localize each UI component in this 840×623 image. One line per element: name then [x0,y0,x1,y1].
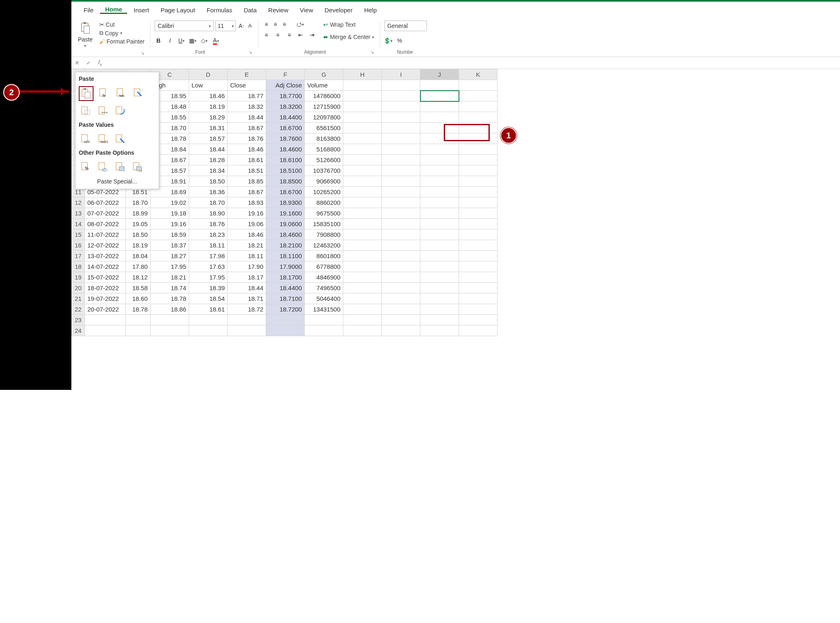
table-row[interactable]: 2220-07-202218.7818.8618.6118.7218.72001… [72,304,498,315]
svg-rect-13 [99,107,105,114]
tab-formulas[interactable]: Formulas [202,6,237,14]
tab-developer[interactable]: Developer [320,6,357,14]
alignment-launcher[interactable]: ↘ [369,50,376,55]
underline-button[interactable]: U ▾ [178,37,185,44]
col-header-F[interactable]: F [266,69,305,80]
tab-home[interactable]: Home [100,5,127,14]
paste-option-formulas[interactable]: fx [97,86,111,100]
bold-button[interactable]: B [155,37,162,44]
tab-view[interactable]: View [295,6,318,14]
header-K[interactable] [459,80,498,91]
col-header-E[interactable]: E [228,69,266,80]
cancel-icon[interactable]: ✕ [71,60,83,66]
paste-option-picture[interactable] [113,160,127,174]
copy-button[interactable]: ⧉Copy ▾ [98,29,124,37]
svg-text:%123: %123 [100,140,108,143]
font-name-select[interactable]: Calibri▾ [155,21,214,31]
paste-option-formatting[interactable]: % [79,160,93,174]
orientation-icon[interactable]: ⭯ ▾ [296,21,304,28]
table-row[interactable]: 2119-07-202218.6018.7818.5418.7118.71005… [72,293,498,304]
tab-insert[interactable]: Insert [129,6,154,14]
font-color-button[interactable]: A ▾ [212,37,219,44]
table-row[interactable]: 2018-07-202218.5818.7418.3918.4418.44007… [72,283,498,293]
align-right-icon[interactable]: ≡ [285,31,293,39]
tab-page-layout[interactable]: Page Layout [155,6,200,14]
table-row[interactable]: 1814-07-202217.8017.9517.6317.9017.90006… [72,261,498,272]
table-row[interactable]: 23 [72,315,498,325]
tab-help[interactable]: Help [359,6,382,14]
align-center-icon[interactable]: ≡ [274,31,281,39]
font-size-select[interactable]: 11▾ [215,21,236,31]
group-alignment: ≡ ≡ ≡ ⭯ ▾ ≡ ≡ ≡ ⇤ ⇥ [261,20,377,56]
table-row[interactable]: 1408-07-202219.0519.1618.7619.0619.06001… [72,219,498,229]
number-format-select[interactable]: General [384,21,427,31]
percent-icon[interactable]: % [396,37,403,44]
format-painter-button[interactable]: 🖌Format Painter [98,37,146,46]
paste-option-formulas-number[interactable]: %fx [114,86,128,100]
table-row[interactable]: 1713-07-202218.0418.2717.9818.1118.11008… [72,251,498,261]
wrap-text-button[interactable]: ↩Wrap Text [322,21,357,29]
header-G[interactable]: Volume [305,80,343,91]
paste-option-keep-widths[interactable] [96,104,110,118]
header-J[interactable] [420,80,459,91]
header-D[interactable]: Low [189,80,228,91]
paste-option-values-source[interactable] [113,132,127,146]
enter-icon[interactable]: ✓ [83,60,94,66]
header-H[interactable] [343,80,382,91]
align-left-icon[interactable]: ≡ [262,31,270,39]
clipboard-launcher[interactable]: ↘ [139,50,146,56]
paste-option-transpose[interactable] [113,104,127,118]
table-row[interactable]: 1206-07-202218.7019.0218.7018.9318.93008… [72,197,498,208]
table-row[interactable]: 1511-07-202218.5018.5918.2318.4618.46007… [72,229,498,240]
annotation-callout-1: 1 [500,127,517,144]
paste-special-button[interactable]: Paste Special... [77,176,157,187]
font-launcher[interactable]: ↘ [247,50,254,55]
table-row[interactable]: 1915-07-202218.1218.2117.9518.1718.17004… [72,272,498,283]
tab-data[interactable]: Data [239,6,262,14]
col-header-G[interactable]: G [305,69,343,80]
header-F[interactable]: Adj Close [266,80,305,91]
header-E[interactable]: Close [228,80,266,91]
paste-option-paste[interactable] [79,86,94,101]
formula-bar: ✕ ✓ fx [71,57,840,69]
header-I[interactable] [382,80,420,91]
col-header-H[interactable]: H [343,69,382,80]
align-top-icon[interactable]: ≡ [262,21,270,28]
paste-button[interactable]: Paste ▾ [75,21,95,50]
col-header-D[interactable]: D [189,69,228,80]
paste-option-no-borders[interactable] [79,104,93,118]
cut-button[interactable]: ✂Cut [98,21,116,29]
border-button[interactable]: ▦ ▾ [189,37,196,44]
svg-text:%fx: %fx [119,94,124,98]
decrease-indent-icon[interactable]: ⇤ [297,31,304,39]
increase-indent-icon[interactable]: ⇥ [308,31,316,39]
paste-option-link[interactable] [96,160,110,174]
table-row[interactable]: 1307-07-202218.9919.1818.9019.1619.16009… [72,208,498,219]
col-header-J[interactable]: J [420,69,459,80]
paste-option-keep-source[interactable] [131,86,145,100]
group-number: General 💲▾ % Numbe [383,20,429,56]
paste-option-linked-picture[interactable] [130,160,144,174]
col-header-K[interactable]: K [459,69,498,80]
fill-color-button[interactable]: ◇ ▾ [201,37,208,44]
svg-text:123: 123 [84,140,90,144]
paste-option-values[interactable]: 123 [79,132,93,146]
ribbon-tabs: File Home Insert Page Layout Formulas Da… [71,2,840,17]
chevron-down-icon[interactable]: ▾ [84,44,86,48]
align-middle-icon[interactable]: ≡ [272,21,279,28]
tab-review[interactable]: Review [263,6,293,14]
align-bottom-icon[interactable]: ≡ [281,21,288,28]
italic-button[interactable]: I [166,37,173,44]
spreadsheet-grid: CDEFGHIJKHighLowCloseAdj CloseVolume5218… [71,69,840,336]
paste-option-values-number[interactable]: %123 [96,132,110,146]
table-row[interactable]: 24 [72,325,498,336]
tab-file[interactable]: File [79,6,98,14]
col-header-I[interactable]: I [382,69,420,80]
fx-icon[interactable]: fx [94,59,106,67]
decrease-font-icon[interactable]: Aˇ [247,22,254,30]
increase-font-icon[interactable]: A^ [237,22,245,30]
table-row[interactable]: 1612-07-202218.1918.3718.1118.2118.21001… [72,240,498,251]
accounting-format-icon[interactable]: 💲▾ [384,37,392,44]
svg-rect-14 [116,107,122,114]
merge-center-button[interactable]: ⬌Merge & Center ▾ [322,33,376,41]
